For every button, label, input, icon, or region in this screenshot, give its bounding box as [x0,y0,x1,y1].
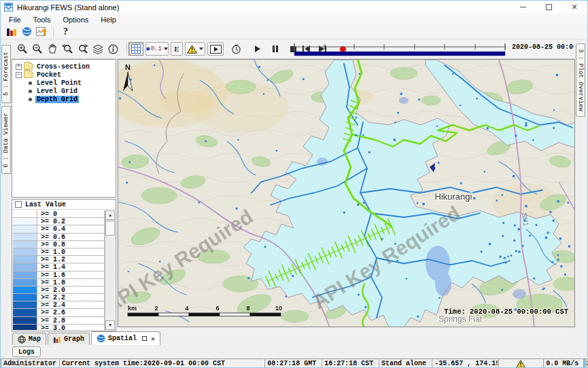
status-warning[interactable] [498,358,543,368]
warning-icon [516,360,525,368]
legend-row[interactable]: >= 2.4 [13,301,104,309]
legend-class-label: >= 2.6 [37,309,104,316]
panel-close-icon[interactable]: ✕ [151,335,155,343]
panel-maximize-icon[interactable] [142,336,147,341]
status-mode: Stand alone [379,358,432,368]
map-canvas[interactable]: Hikurangi Springs Flat SH1 API Key Requi… [118,59,575,327]
minimize-button[interactable] [510,1,536,14]
timeseries-chart-icon[interactable] [34,26,49,38]
tree-item-pocket[interactable]: - Pocket [12,71,116,79]
globe-explorer-icon[interactable] [19,26,34,38]
legend-swatch [13,294,37,301]
folder-icon [24,63,33,70]
scroll-thumb[interactable] [105,221,115,236]
legend-scrollbar[interactable]: ▲ ▼ [105,210,115,330]
legend-swatch [13,256,37,263]
tab-plot-overview[interactable]: 3 : Plot Overview [576,43,585,117]
legend-swatch [13,241,37,248]
zoom-in-icon[interactable] [16,42,29,56]
last-value-checkbox[interactable] [15,201,22,208]
legend-row[interactable]: >= 2.2 [13,294,104,301]
legend-swatch [13,325,37,330]
play-button[interactable] [251,42,264,56]
legend-panel: Last Value >= 0>= 0.2>= 0.4>= 0.6>= 0.8>… [12,199,116,331]
menu-tools[interactable]: Tools [27,15,57,24]
tab-logs[interactable]: Logs [12,346,41,357]
legend-class-label: >= 0.6 [37,234,104,240]
legend-row[interactable]: >= 0 [13,210,104,218]
animation-settings-icon[interactable] [229,42,243,56]
grid-display-button[interactable] [128,42,143,56]
legend-row[interactable]: >= 0.4 [13,225,104,233]
expander-icon[interactable]: + [16,64,22,70]
legend-swatch [13,249,37,255]
tab-forecast[interactable]: 5 : Forecast [1,45,11,103]
node-bullet-icon [29,98,32,101]
tab-data-viewer[interactable]: 6 : Data Viewer [1,106,11,174]
status-bar: Administrator Current system time:2020-0… [1,358,588,368]
tab-map[interactable]: Map [12,333,46,345]
legend-row[interactable]: >= 1.4 [13,263,104,271]
legend-row[interactable]: >= 1.8 [13,279,104,287]
legend-class-label: >= 0.2 [37,218,104,225]
legend-row[interactable]: >= 3.0 [13,325,104,330]
legend-row[interactable]: >= 0.8 [13,241,104,249]
legend-class-label: >= 1.6 [37,272,104,278]
layers-icon[interactable] [91,42,105,56]
tree-item-level-point[interactable]: Level Point [12,79,116,87]
legend-row[interactable]: >= 1.6 [13,272,104,279]
legend-row[interactable]: >= 1.2 [13,256,104,263]
pan-hand-icon[interactable] [46,42,59,56]
pause-button[interactable] [269,42,282,56]
main-toolbar: ? [1,25,587,39]
locality-label: Springs Flat [438,314,483,324]
application-window: Hikurangi FEWS (Stand alone) ✕ File Tool… [0,0,588,368]
tab-spatial[interactable]: Spatial ✕ [91,331,160,345]
legend-row[interactable]: >= 0.6 [13,234,104,241]
tree-item-depth-grid[interactable]: Depth Grid [12,95,116,103]
right-tab-strip: 3 : Plot Overview [574,39,587,331]
legend-swatch [13,218,37,225]
legend-class-label: >= 1.0 [37,249,104,255]
maximize-button[interactable] [536,1,561,14]
menu-file[interactable]: File [3,15,27,24]
tree-item-level-grid[interactable]: Level Grid [12,87,116,95]
folder-icon [24,71,33,78]
chevron-down-icon [164,48,168,50]
menu-help[interactable]: Help [94,15,122,24]
help-button[interactable]: ? [58,26,73,37]
map-toolbar: 0.1 E [12,39,575,59]
toolbar-separator [126,42,127,53]
topology-tree: + Cross-section - Pocket Level Point Lev… [12,59,116,198]
legend-row[interactable]: >= 1.0 [13,249,104,256]
scroll-up-icon[interactable]: ▲ [105,210,115,220]
warning-threshold-dropdown[interactable] [185,42,205,56]
legend-swatch [13,272,37,278]
node-bullet-icon [29,81,32,85]
legend-row[interactable]: >= 0.2 [13,218,104,225]
legend-row[interactable]: >= 2.6 [13,309,104,316]
info-icon[interactable] [106,42,120,56]
svg-text:km: km [128,305,137,312]
svg-text:N: N [125,63,131,71]
tab-graph[interactable]: Graph [48,333,90,345]
status-local-time: 16:27:18 CST [322,358,379,368]
scroll-down-icon[interactable]: ▼ [105,320,115,330]
menu-options[interactable]: Options [56,15,94,24]
zoom-next-icon[interactable] [75,42,90,56]
legend-row[interactable]: >= 2.8 [13,317,104,325]
legend-class-label: >= 0.8 [37,241,104,248]
close-button[interactable]: ✕ [561,1,587,14]
legend-row[interactable]: >= 2.0 [13,287,104,294]
time-slider[interactable] [292,41,508,57]
contour-interval-dropdown[interactable]: 0.1 [145,42,169,56]
zoom-out-icon[interactable] [31,42,44,56]
globe-icon [97,334,105,343]
dot-icon [146,47,150,51]
animation-player-button[interactable] [207,42,224,56]
database-icon[interactable] [4,26,19,38]
legend-toggle-button[interactable]: E [171,42,183,56]
zoom-previous-icon[interactable] [60,42,75,56]
legend-swatch [13,210,37,217]
expander-icon[interactable]: - [16,72,22,78]
